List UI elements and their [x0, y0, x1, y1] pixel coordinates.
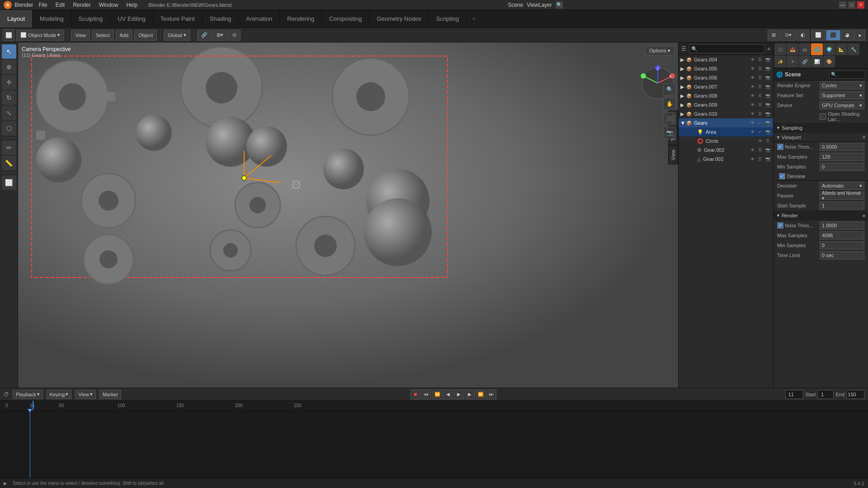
passes-value[interactable]: Albedo and Normal ▾: [820, 192, 864, 200]
tab-geometry-nodes[interactable]: Geometry Nodes: [369, 10, 429, 28]
outliner-item-area[interactable]: 💡 Area 👁 ✓ 📷: [679, 127, 773, 136]
min-samples-value[interactable]: 0: [820, 163, 864, 171]
render-max-samples-value[interactable]: 4096: [820, 231, 864, 239]
jump-to-start-button[interactable]: ⏮: [421, 389, 431, 399]
outliner-item-gears010[interactable]: ▶ 📦 Gears.010 👁 ☰ 📷: [679, 109, 773, 118]
time-limit-value[interactable]: 0 sec: [820, 251, 864, 259]
open-shading-checkbox[interactable]: [820, 113, 826, 120]
menu-edit[interactable]: Edit: [53, 2, 68, 8]
tab-sculpting[interactable]: Sculpting: [71, 10, 110, 28]
add-menu[interactable]: Add: [116, 30, 133, 41]
outliner-item-circle[interactable]: ⭕ Circle 👁 ☰: [679, 136, 773, 145]
tab-uv-editing[interactable]: UV Editing: [110, 10, 153, 28]
render-section-header[interactable]: ▼ Render ≡: [774, 211, 868, 221]
view-menu[interactable]: View: [71, 30, 90, 41]
object-mode-dropdown[interactable]: ⬜ Object Mode ▾: [16, 30, 64, 41]
render-icon[interactable]: 📷: [764, 92, 771, 99]
denoiser-value[interactable]: Automatic ▾: [820, 182, 864, 190]
overlays-button[interactable]: ⊙▾: [781, 30, 796, 41]
tab-compositing[interactable]: Compositing: [322, 10, 369, 28]
start-frame-input[interactable]: [817, 390, 834, 399]
solid-mode-button[interactable]: ⬛: [826, 30, 840, 41]
rendered-mode-button[interactable]: ●: [854, 30, 865, 41]
render-icon[interactable]: 📷: [764, 83, 771, 90]
maximize-button[interactable]: □: [848, 1, 855, 9]
tab-texture-paint[interactable]: Texture Paint: [153, 10, 203, 28]
outliner-item-gear002[interactable]: ⚙ Gear.002 👁 ☰ 📷: [679, 145, 773, 155]
scale-tool[interactable]: ⤡: [2, 106, 16, 120]
sel-icon[interactable]: ☰: [756, 146, 764, 154]
constraints-props-icon[interactable]: 🔗: [799, 56, 811, 67]
wireframe-mode-button[interactable]: ⬜: [811, 30, 826, 41]
outliner-search-input[interactable]: [689, 44, 765, 53]
render-noise-value[interactable]: 1.0000: [820, 221, 864, 230]
tab-layout[interactable]: Layout: [0, 10, 33, 28]
eye-icon[interactable]: 👁: [749, 155, 756, 163]
add-workspace-button[interactable]: ＋: [467, 10, 481, 28]
view-menu-timeline[interactable]: View ▾: [75, 390, 96, 399]
viewport-3d[interactable]: Camera Perspective (11) Gears | Area Opt…: [18, 42, 678, 388]
viewport-subsection-header[interactable]: ▼ Viewport ≡: [774, 133, 868, 142]
prev-frame-button[interactable]: ◀: [443, 389, 453, 399]
camera-view-button[interactable]: 📷: [663, 127, 676, 139]
eye-icon[interactable]: 👁: [756, 137, 764, 145]
tab-shading[interactable]: Shading: [203, 10, 239, 28]
eye-icon[interactable]: 👁: [749, 92, 756, 99]
viewport-options-button[interactable]: Options ▾: [645, 46, 675, 56]
sel-icon[interactable]: ☰: [756, 110, 764, 117]
tab-scripting[interactable]: Scripting: [429, 10, 467, 28]
menu-render[interactable]: Render: [70, 2, 93, 8]
next-keyframe-button[interactable]: ⏩: [476, 389, 486, 399]
denoise-subsection-header[interactable]: ✓ Denoise: [774, 172, 868, 181]
render-visibility-icon[interactable]: 📷: [764, 56, 771, 63]
outliner-item-gears009[interactable]: ▶ 📦 Gears.009 👁 ☰ 📷: [679, 100, 773, 109]
menu-help[interactable]: Help: [123, 2, 140, 8]
outliner-item-gears005[interactable]: ▶ 📦 Gears.005 👁 ☰ 📷: [679, 64, 773, 73]
editor-type-icon[interactable]: ⬜: [3, 29, 14, 41]
render-noise-checkbox[interactable]: ✓: [777, 222, 783, 229]
global-local-dropdown[interactable]: Global ▾: [164, 30, 190, 41]
menu-file[interactable]: File: [36, 2, 50, 8]
modifier-props-icon[interactable]: 🔧: [848, 43, 859, 55]
scene-props-icon[interactable]: 🌐: [811, 43, 823, 55]
eye-icon[interactable]: 👁: [749, 119, 756, 127]
feature-set-value[interactable]: Supported ▾: [820, 91, 864, 99]
eye-icon[interactable]: 👁: [749, 74, 756, 81]
tab-animation[interactable]: Animation: [239, 10, 280, 28]
close-button[interactable]: ✕: [857, 1, 864, 9]
render-icon[interactable]: 📷: [764, 155, 771, 163]
transform-tool[interactable]: ⬡: [2, 121, 16, 136]
sel-icon[interactable]: ☰: [756, 74, 764, 81]
marker-menu[interactable]: Marker: [99, 390, 121, 399]
editor-type-btn[interactable]: ⏱: [4, 391, 9, 398]
outliner-item-gear002b[interactable]: △ Gear.002 👁 ☰ 📷: [679, 155, 773, 164]
eye-icon[interactable]: 👁: [749, 83, 756, 90]
cursor-tool[interactable]: ⊕: [2, 60, 16, 74]
render-icon[interactable]: 📷: [764, 128, 771, 136]
object-props-icon[interactable]: 📐: [835, 43, 847, 55]
proportional-edit-button[interactable]: ⊙: [228, 30, 241, 41]
outliner-filter-icon[interactable]: ≡: [768, 46, 770, 52]
eye-icon[interactable]: 👁: [749, 101, 756, 108]
select-tool[interactable]: ↖: [2, 44, 16, 59]
next-frame-button[interactable]: ▶: [465, 389, 475, 399]
view-layer-icon[interactable]: 🗂: [799, 43, 811, 55]
select-icon[interactable]: ☰: [756, 65, 764, 72]
sampling-section-header[interactable]: ▼ Sampling: [774, 123, 868, 133]
menu-window[interactable]: Window: [96, 2, 121, 8]
sel-icon[interactable]: ☰: [764, 137, 771, 145]
check-icon[interactable]: ✓: [756, 119, 764, 127]
annotate-tool[interactable]: ✏: [2, 141, 16, 155]
material-preview-button[interactable]: ◕: [841, 30, 854, 41]
start-sample-value[interactable]: 1: [820, 202, 864, 210]
tab-modeling[interactable]: Modeling: [33, 10, 71, 28]
eye-icon[interactable]: 👁: [749, 65, 756, 72]
render-icon[interactable]: 📷: [764, 101, 771, 108]
physics-props-icon[interactable]: ⚛: [787, 56, 798, 67]
prev-keyframe-button[interactable]: ⏪: [432, 389, 442, 399]
orbit-button[interactable]: 🎥: [663, 112, 676, 125]
gizmos-button[interactable]: ⊞: [768, 30, 780, 41]
snap-options-button[interactable]: ⊞▾: [212, 30, 227, 41]
keying-menu[interactable]: Keying ▾: [47, 390, 72, 399]
noise-threshold-checkbox[interactable]: ✓: [777, 144, 783, 150]
